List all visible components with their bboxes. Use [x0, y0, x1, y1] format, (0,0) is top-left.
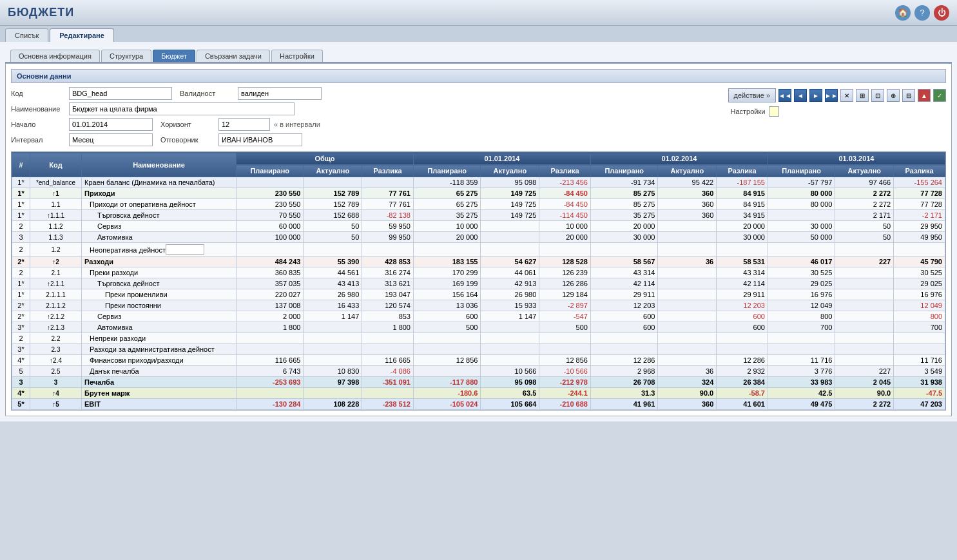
name-input[interactable] [69, 102, 295, 115]
chart-button[interactable]: ▲ [918, 89, 931, 102]
cell-hash: 2 [12, 267, 30, 278]
table-row: 2* ↑2.1.2 Сервиз 2 000 1 147 853 600 1 1… [12, 311, 945, 322]
cell-p1-actual: 63.5 [481, 388, 539, 399]
cell-p3-diff: -2 171 [894, 210, 945, 221]
cell-p3-diff [894, 243, 945, 256]
cell-p2-plan: 43 314 [590, 267, 657, 278]
main-tabs: Списък Редактиране [0, 26, 957, 42]
cell-code: ↑2.4 [30, 355, 82, 366]
cell-p3-plan [768, 344, 835, 355]
cell-p3-plan: 11 716 [768, 355, 835, 366]
cell-total-diff [362, 344, 414, 355]
add-button[interactable]: ⊕ [887, 89, 900, 102]
cell-code: 1.1.2 [30, 221, 82, 232]
cell-p3-actual [835, 289, 894, 300]
start-input[interactable] [69, 118, 153, 131]
cell-p3-actual [835, 355, 894, 366]
subtab-basic-info[interactable]: Основна информация [10, 50, 100, 62]
horizon-input[interactable] [218, 118, 270, 131]
cell-name: Автомивка [82, 232, 237, 243]
cell-p2-plan: -91 734 [590, 177, 657, 188]
cell-p1-actual [481, 232, 539, 243]
validity-input[interactable] [238, 87, 322, 100]
cell-p2-plan [590, 333, 657, 344]
cell-total-plan: 357 035 [237, 278, 304, 289]
grid-button[interactable]: ⊞ [856, 89, 869, 102]
cell-code: ↑5 [30, 399, 82, 410]
subtab-related-tasks[interactable]: Свързани задачи [197, 50, 270, 62]
home-button[interactable]: 🏠 [895, 5, 911, 21]
confirm-button[interactable]: ✓ [933, 89, 946, 102]
cell-hash: 5* [12, 399, 30, 410]
subtab-budget[interactable]: Бюджет [153, 50, 195, 62]
cell-p1-plan: 169 199 [413, 278, 480, 289]
cell-p3-actual: 97 466 [835, 177, 894, 188]
cell-hash: 3* [12, 322, 30, 333]
kod-label: Код [11, 90, 69, 97]
cell-p1-plan [413, 333, 480, 344]
cell-p3-plan: 30 000 [768, 221, 835, 232]
subtab-structure[interactable]: Структура [101, 50, 151, 62]
cell-p3-diff: 11 716 [894, 355, 945, 366]
cell-p1-diff: -212 978 [539, 377, 591, 388]
cell-p1-diff: -210 688 [539, 399, 591, 410]
cell-p3-plan [768, 333, 835, 344]
cell-total-diff: 316 274 [362, 267, 414, 278]
cell-p2-plan: 42 114 [590, 278, 657, 289]
validity-label: Валидност [180, 90, 238, 97]
cell-p1-actual [481, 221, 539, 232]
cell-p3-actual [835, 267, 894, 278]
cell-p2-diff: 84 915 [717, 188, 768, 199]
action-button[interactable]: действие » [728, 88, 777, 102]
tab-edit[interactable]: Редактиране [50, 28, 114, 42]
responsible-input[interactable] [218, 133, 302, 146]
nav-next-button[interactable]: ► [809, 89, 822, 102]
cell-total-actual: 16 433 [304, 300, 362, 311]
help-button[interactable]: ? [914, 5, 930, 21]
cell-p1-diff: 20 000 [539, 232, 591, 243]
cell-total-actual: 152 789 [304, 199, 362, 210]
cell-p1-diff: -2 897 [539, 300, 591, 311]
tab-list[interactable]: Списък [5, 28, 48, 42]
start-label: Начало [11, 121, 69, 128]
cell-p3-actual [835, 344, 894, 355]
cell-p2-plan: 31.3 [590, 388, 657, 399]
cell-total-actual [304, 355, 362, 366]
cell-name: Приходи от оперативна дейност [82, 199, 237, 210]
cell-name: Разходи [82, 256, 237, 267]
col-header-hash: # [12, 153, 30, 177]
cell-total-actual [304, 322, 362, 333]
cell-p2-diff: 26 384 [717, 377, 768, 388]
cell-p2-diff: -187 155 [717, 177, 768, 188]
collapse-button[interactable]: ⊟ [902, 89, 915, 102]
power-button[interactable]: ⏻ [934, 5, 949, 21]
subtab-settings[interactable]: Настройки [271, 50, 323, 62]
cell-p3-diff: 77 728 [894, 199, 945, 210]
cell-p1-diff: -547 [539, 311, 591, 322]
cell-p1-plan: 156 164 [413, 289, 480, 300]
export-button[interactable]: ⊡ [871, 89, 884, 102]
table-row: 5* ↑5 EBIT -130 284 108 228 -238 512 -10… [12, 399, 945, 410]
cell-p2-actual: 90.0 [658, 388, 717, 399]
kod-input[interactable] [69, 87, 172, 100]
cell-p1-actual: 15 933 [481, 300, 539, 311]
cell-total-plan: 137 008 [237, 300, 304, 311]
settings-checkbox[interactable] [769, 106, 779, 117]
delete-button[interactable]: ✕ [840, 89, 853, 102]
cell-p3-actual: 2 272 [835, 199, 894, 210]
nav-last-button[interactable]: ►► [825, 89, 838, 102]
cell-total-diff [362, 243, 414, 256]
cell-p2-actual: 360 [658, 199, 717, 210]
cell-p3-diff: 29 025 [894, 278, 945, 289]
col-p3-plan: Планирано [768, 165, 835, 177]
cell-total-diff: 77 761 [362, 199, 414, 210]
nav-prev-button[interactable]: ◄ [794, 89, 807, 102]
cell-total-actual [304, 388, 362, 399]
cell-p3-plan: 12 049 [768, 300, 835, 311]
cell-p3-plan: 3 776 [768, 366, 835, 377]
cell-hash: 1* [12, 278, 30, 289]
nav-first-button[interactable]: ◄◄ [778, 89, 791, 102]
cell-total-diff: 193 047 [362, 289, 414, 300]
cell-p2-actual [658, 243, 717, 256]
interval-input[interactable] [69, 133, 153, 146]
